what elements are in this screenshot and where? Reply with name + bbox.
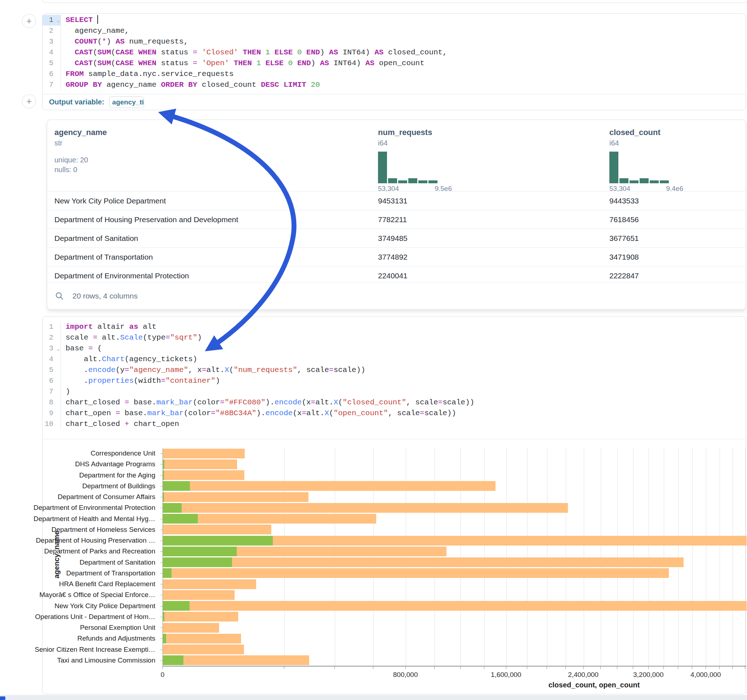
table-cell: 7618456	[609, 215, 639, 224]
python-code-lines[interactable]: import altair as altscale = alt.Scale(ty…	[61, 321, 745, 430]
line-number[interactable]: 5	[42, 365, 60, 376]
x-tick	[745, 667, 745, 669]
column-type: i64	[609, 139, 661, 147]
code-line[interactable]: chart_open = base.mark_bar(color="#8BC34…	[66, 408, 745, 419]
code-line[interactable]: GROUP BY agency_name ORDER BY closed_cou…	[66, 80, 745, 91]
x-axis-label: 800,000	[393, 671, 418, 679]
table-row[interactable]: Department of Transportation377489234719…	[47, 247, 745, 266]
y-tick	[160, 584, 163, 584]
line-number[interactable]: 10	[42, 419, 60, 430]
sql-code-lines[interactable]: SELECT agency_name, COUNT(*) AS num_requ…	[61, 15, 745, 91]
code-line[interactable]: chart_closed + chart_open	[66, 419, 745, 430]
previous-cell-edge	[42, 0, 747, 3]
table-cell: 3749485	[378, 234, 408, 243]
line-number[interactable]: 7	[42, 386, 60, 397]
x-axis-label: 1,600,000	[491, 671, 522, 679]
y-tick	[160, 497, 163, 497]
line-number[interactable]: 2	[42, 332, 60, 343]
add-cell-button-top[interactable]: +	[22, 14, 36, 28]
line-number[interactable]: 3⌄	[42, 343, 60, 354]
bar-closed_count	[163, 590, 234, 600]
bar-closed_count	[163, 481, 496, 491]
bar-open_count	[163, 514, 198, 523]
line-number[interactable]: 1	[42, 321, 60, 332]
fold-chevron-icon[interactable]: ⌄	[57, 344, 60, 355]
table-cell: 9453131	[378, 197, 408, 205]
line-number[interactable]: 6	[42, 69, 60, 80]
line-number[interactable]: 6	[42, 376, 60, 386]
column-header-agency-name: agency_name str unique: 20 nulls: 0	[54, 120, 107, 191]
y-tick	[160, 638, 163, 639]
row-count-text: 20 rows, 4 columns	[73, 292, 138, 300]
table-row[interactable]: New York City Police Department945313194…	[47, 191, 745, 210]
code-line[interactable]: CAST(SUM(CASE WHEN status = 'Closed' THE…	[66, 47, 745, 58]
table-row[interactable]: Department of Sanitation37494853677651	[47, 229, 745, 247]
table-cell: Department of Housing Preservation and D…	[54, 215, 238, 224]
y-tick	[160, 453, 163, 454]
y-axis-label: Department of Environmental Protection	[33, 504, 155, 512]
y-axis-label: Operations Unit - Department of Hom…	[35, 613, 155, 621]
code-line[interactable]: chart_closed = base.mark_bar(color="#FFC…	[66, 397, 745, 408]
output-variable-chip[interactable]: agency_tickets	[109, 97, 144, 108]
y-axis-label: New York City Police Department	[54, 602, 155, 610]
bottom-panel-edge	[0, 695, 747, 700]
gridline	[506, 448, 507, 666]
line-number[interactable]: 5	[42, 58, 60, 69]
x-axis-label: 3,200,000	[633, 671, 664, 679]
y-axis-label: Department of Consumer Affairs	[57, 493, 155, 501]
gridline	[435, 448, 435, 666]
python-code-editor[interactable]: 123⌄45678910 import altair as altscale =…	[42, 317, 745, 430]
gridline	[284, 448, 285, 666]
code-line[interactable]: agency_name,	[66, 26, 745, 36]
code-line[interactable]: SELECT	[66, 15, 745, 26]
x-tick	[706, 667, 706, 669]
code-line[interactable]: .properties(width="container")	[66, 376, 745, 386]
y-axis-label: Senior Citizen Rent Increase Exempti…	[35, 646, 155, 653]
code-line[interactable]: )	[66, 386, 745, 397]
add-cell-button-middle[interactable]: +	[22, 94, 36, 109]
gridline	[692, 448, 693, 666]
y-axis-label: Department of Housing Preservation …	[36, 537, 155, 545]
fold-chevron-icon[interactable]: ⌄	[57, 15, 60, 26]
chart-plot-area	[163, 448, 747, 666]
code-line[interactable]: COUNT(*) AS num_requests,	[66, 36, 745, 47]
search-icon[interactable]	[55, 292, 64, 300]
x-tick	[547, 667, 547, 669]
sql-code-editor[interactable]: 1⌄234567 SELECT agency_name, COUNT(*) AS…	[42, 14, 745, 91]
code-line[interactable]: import altair as alt	[66, 321, 745, 332]
code-line[interactable]: base = (	[66, 343, 745, 354]
table-cell: Department of Sanitation	[54, 234, 138, 243]
x-tick	[648, 667, 649, 669]
gridline	[584, 448, 584, 666]
line-number[interactable]: 4	[42, 47, 60, 58]
code-line[interactable]: FROM sample_data.nyc.service_requests	[66, 69, 745, 80]
chart-x-axis-title: closed_count, open_count	[549, 681, 640, 689]
sql-cell: 1⌄234567 SELECT agency_name, COUNT(*) AS…	[42, 13, 746, 110]
y-tick	[160, 540, 163, 541]
y-axis-label: Department of Health and Mental Hyg…	[33, 515, 155, 523]
bar-closed_count	[163, 579, 256, 589]
line-number[interactable]: 1⌄	[42, 15, 60, 26]
line-number[interactable]: 8	[42, 397, 60, 408]
line-number[interactable]: 3	[42, 36, 60, 47]
code-line[interactable]: .encode(y="agency_name", x=alt.X("num_re…	[66, 365, 745, 376]
line-number[interactable]: 4	[42, 354, 60, 365]
bar-open_count	[163, 655, 183, 665]
y-tick	[160, 650, 163, 650]
code-line[interactable]: alt.Chart(agency_tickets)	[66, 354, 745, 365]
table-row[interactable]: Department of Housing Preservation and D…	[47, 210, 745, 229]
y-tick	[160, 508, 163, 508]
column-name: agency_name	[54, 120, 107, 137]
table-cell: 7782211	[378, 215, 407, 224]
y-tick	[160, 595, 163, 595]
gridline	[649, 448, 649, 666]
y-tick	[160, 530, 163, 530]
line-number[interactable]: 7	[42, 80, 60, 91]
line-number[interactable]: 2	[42, 26, 60, 36]
x-tick	[484, 667, 484, 669]
x-tick	[600, 667, 601, 669]
code-line[interactable]: scale = alt.Scale(type="sqrt")	[66, 332, 745, 343]
y-tick	[160, 606, 163, 606]
code-line[interactable]: CAST(SUM(CASE WHEN status = 'Open' THEN …	[66, 58, 745, 69]
line-number[interactable]: 9	[42, 408, 60, 419]
